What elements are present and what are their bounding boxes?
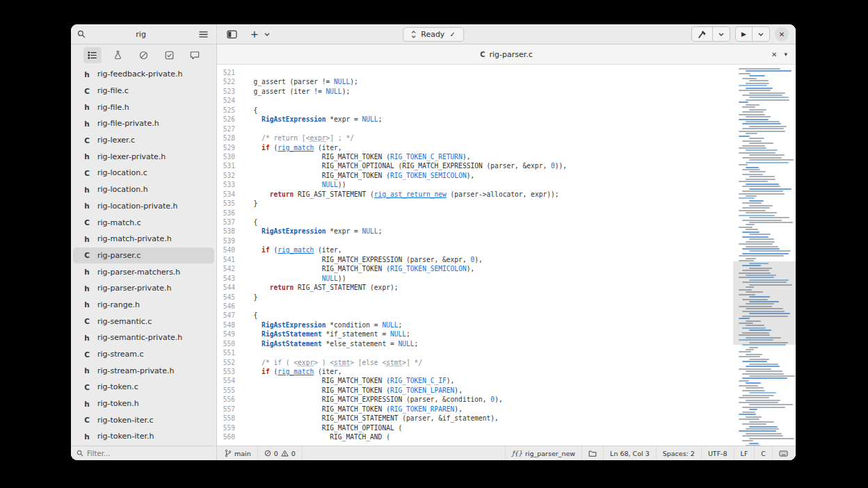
keyboard-button[interactable] xyxy=(772,446,794,460)
file-item-rig-parser-private.h[interactable]: hrig-parser-private.h xyxy=(71,280,216,297)
code-line-550[interactable]: 550 RigAstStatement *else_statement = NU… xyxy=(217,339,733,348)
new-tab-menu-button[interactable] xyxy=(264,26,275,42)
new-tab-button[interactable]: + xyxy=(245,26,264,42)
code-line-537[interactable]: 537 { xyxy=(217,218,733,227)
panel-tab-chat[interactable] xyxy=(186,47,204,63)
toggle-sidebar-button[interactable] xyxy=(224,26,239,42)
file-item-rig-match-private.h[interactable]: hrig-match-private.h xyxy=(71,231,216,247)
file-item-rig-match.c[interactable]: Crig-match.c xyxy=(71,214,216,231)
omnibar-status-button[interactable]: Ready ✓ xyxy=(403,27,464,42)
panel-tab-diagnostics[interactable] xyxy=(135,47,153,63)
language-button[interactable]: C xyxy=(754,446,772,460)
code-line-555[interactable]: 555 RIG_MATCH_TOKEN (RIG_TOKEN_LPAREN), xyxy=(217,386,733,395)
file-item-rig-file.h[interactable]: hrig-file.h xyxy=(71,99,216,115)
file-item-rig-range.h[interactable]: hrig-range.h xyxy=(71,297,216,314)
code-line-542[interactable]: 542 RIG_MATCH_TOKEN (RIG_TOKEN_SEMICOLON… xyxy=(217,264,733,273)
code-line-557[interactable]: 557 RIG_MATCH_TOKEN (RIG_TOKEN_RPAREN), xyxy=(217,405,733,414)
code-line-530[interactable]: 530 RIG_MATCH_TOKEN (RIG_TOKEN_C_RETURN)… xyxy=(217,152,733,161)
file-item-rig-token.c[interactable]: Crig-token.c xyxy=(71,379,216,396)
file-item-rig-parser.c[interactable]: Crig-parser.c xyxy=(73,247,214,264)
code-line-522[interactable]: 522 g_assert (parser != NULL); xyxy=(217,77,733,86)
project-folder-button[interactable] xyxy=(581,446,603,460)
line-number: 525 xyxy=(217,106,239,115)
project-search-entry[interactable] xyxy=(77,26,193,42)
code-scroll-area[interactable]: 521522 g_assert (parser != NULL);523 g_a… xyxy=(217,65,733,446)
code-line-545[interactable]: 545 } xyxy=(217,293,733,302)
file-item-rig-file.c[interactable]: Crig-file.c xyxy=(71,83,216,99)
indentation-button[interactable]: Spaces: 2 xyxy=(656,446,701,460)
line-number: 555 xyxy=(217,386,239,395)
code-line-525[interactable]: 525 { xyxy=(217,106,733,115)
close-window-button[interactable]: ✕ xyxy=(775,27,789,41)
file-item-rig-semantic.c[interactable]: Crig-semantic.c xyxy=(71,313,216,330)
file-item-rig-token-iter.h[interactable]: hrig-token-iter.h xyxy=(71,428,216,445)
code-line-556[interactable]: 556 RIG_MATCH_EXPRESSION (parser, &condi… xyxy=(217,395,733,404)
file-item-rig-location.c[interactable]: Crig-location.c xyxy=(71,165,216,181)
file-item-rig-lexer-private.h[interactable]: hrig-lexer-private.h xyxy=(71,148,216,165)
code-line-521[interactable]: 521 xyxy=(217,68,733,77)
file-item-rig-stream-private.h[interactable]: hrig-stream-private.h xyxy=(71,362,216,379)
code-line-551[interactable]: 551 xyxy=(217,348,733,357)
filter-input[interactable] xyxy=(87,450,211,457)
code-line-540[interactable]: 540 if (rig_match (iter, xyxy=(217,245,733,254)
code-line-526[interactable]: 526 RigAstExpression *expr = NULL; xyxy=(217,115,733,124)
file-item-rig-feedback-private.h[interactable]: hrig-feedback-private.h xyxy=(71,66,216,83)
file-item-rig-location.h[interactable]: hrig-location.h xyxy=(71,181,216,198)
code-line-543[interactable]: 543 NULL)) xyxy=(217,274,733,283)
build-button[interactable] xyxy=(692,27,712,41)
code-line-547[interactable]: 547 { xyxy=(217,311,733,320)
code-line-548[interactable]: 548 RigAstExpression *condition = NULL; xyxy=(217,320,733,330)
code-line-549[interactable]: 549 RigAstStatement *if_statement = NULL… xyxy=(217,330,733,339)
line-ending-button[interactable]: LF xyxy=(734,446,755,460)
code-line-560[interactable]: 560 RIG_MATCH_AND ( xyxy=(217,432,733,441)
code-line-546[interactable]: 546 xyxy=(217,302,733,311)
chevron-down-icon: ▾ xyxy=(784,51,787,58)
file-item-rig-lexer.c[interactable]: Crig-lexer.c xyxy=(71,132,216,149)
menu-button[interactable] xyxy=(195,26,211,42)
code-line-533[interactable]: 533 NULL)) xyxy=(217,180,733,189)
panel-tab-project-tree[interactable] xyxy=(83,47,102,63)
build-menu-button[interactable] xyxy=(712,27,730,41)
minimap[interactable] xyxy=(733,65,796,446)
run-button[interactable]: ▶ xyxy=(736,27,752,41)
panel-tab-todo[interactable] xyxy=(160,47,178,63)
code-line-532[interactable]: 532 RIG_MATCH_TOKEN (RIG_TOKEN_SEMICOLON… xyxy=(217,171,733,180)
branch-button[interactable]: main xyxy=(218,446,258,460)
code-line-523[interactable]: 523 g_assert (iter != NULL); xyxy=(217,87,733,96)
code-line-559[interactable]: 559 RIG_MATCH_OPTIONAL ( xyxy=(217,423,733,432)
code-line-558[interactable]: 558 RIG_MATCH_STATEMENT (parser, &if_sta… xyxy=(217,414,733,423)
code-line-536[interactable]: 536 xyxy=(217,209,733,218)
code-line-535[interactable]: 535 } xyxy=(217,199,733,208)
minimap-viewport[interactable] xyxy=(733,261,796,345)
file-item-rig-token.h[interactable]: hrig-token.h xyxy=(71,396,216,412)
file-item-rig-stream.c[interactable]: Crig-stream.c xyxy=(71,346,216,363)
diagnostics-button[interactable]: 0 0 xyxy=(258,446,303,460)
file-item-rig-token-iter.c[interactable]: Crig-token-iter.c xyxy=(71,412,216,428)
code-line-538[interactable]: 538 RigAstExpression *expr = NULL; xyxy=(217,227,733,236)
code-line-531[interactable]: 531 RIG_MATCH_OPTIONAL (RIG_MATCH_EXPRES… xyxy=(217,161,733,170)
file-item-rig-location-private.h[interactable]: hrig-location-private.h xyxy=(71,198,216,215)
file-item-rig-parser-matchers.h[interactable]: hrig-parser-matchers.h xyxy=(71,263,216,280)
code-line-524[interactable]: 524 xyxy=(217,96,733,105)
code-line-544[interactable]: 544 return RIG_AST_STATEMENT (expr); xyxy=(217,283,733,292)
panel-tab-build[interactable] xyxy=(109,47,127,63)
file-item-rig-semantic-private.h[interactable]: hrig-semantic-private.h xyxy=(71,330,216,346)
code-line-554[interactable]: 554 RIG_MATCH_TOKEN (RIG_TOKEN_C_IF), xyxy=(217,376,733,385)
tab-list-button[interactable]: ▾ xyxy=(784,51,787,58)
cursor-position-button[interactable]: Ln 68, Col 3 xyxy=(603,446,656,460)
code-line-553[interactable]: 553 if (rig_match (iter, xyxy=(217,367,733,376)
code-line-528[interactable]: 528 /* return [<expr>] ; */ xyxy=(217,133,733,143)
code-line-527[interactable]: 527 xyxy=(217,124,733,133)
code-line-541[interactable]: 541 RIG_MATCH_EXPRESSION (parser, &expr,… xyxy=(217,255,733,264)
encoding-button[interactable]: UTF-8 xyxy=(701,446,734,460)
tab-rig-parser[interactable]: C rig-parser.c xyxy=(217,50,796,59)
close-tab-button[interactable]: ✕ xyxy=(771,51,777,58)
code-line-534[interactable]: 534 return RIG_AST_STATEMENT (rig_ast_re… xyxy=(217,190,733,199)
code-line-529[interactable]: 529 if (rig_match (iter, xyxy=(217,143,733,152)
file-item-rig-file-private.h[interactable]: hrig-file-private.h xyxy=(71,115,216,132)
code-line-539[interactable]: 539 xyxy=(217,236,733,245)
run-menu-button[interactable] xyxy=(752,27,769,41)
current-symbol-button[interactable]: ƒ{} rig_parser_new xyxy=(505,446,581,460)
search-input[interactable] xyxy=(89,30,193,39)
code-line-552[interactable]: 552 /* if ( <expr> ) <stmt> [else <stmt>… xyxy=(217,358,733,367)
